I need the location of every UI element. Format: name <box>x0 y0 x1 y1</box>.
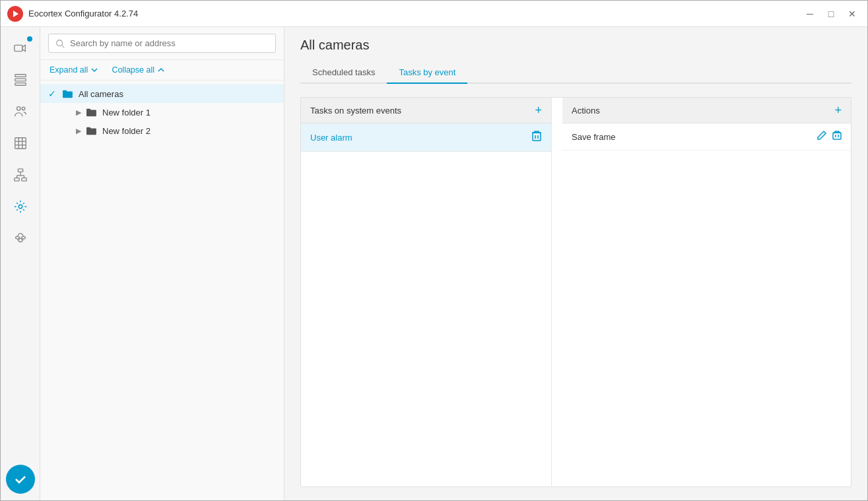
minimize-button[interactable]: ─ <box>801 7 818 20</box>
checkmark-icon: ✓ <box>48 88 59 99</box>
tasks-panel: Tasks on system events + User alarm <box>300 97 851 487</box>
arrow-right-icon: ▶ <box>73 125 84 136</box>
svg-point-20 <box>18 205 22 209</box>
expand-all-button[interactable]: Expand all <box>50 65 98 75</box>
folder-icon <box>85 108 97 117</box>
sidebar-item-network[interactable] <box>6 160 35 189</box>
sidebar-item-tasks[interactable] <box>6 192 35 221</box>
close-button[interactable]: ✕ <box>844 7 861 20</box>
actions-col-title: Actions <box>572 106 600 116</box>
camera-badge <box>27 36 32 42</box>
tree-item-all-cameras[interactable]: ✓ All cameras <box>40 84 284 103</box>
actions-column: Actions + Save frame <box>562 98 851 486</box>
svg-point-24 <box>57 40 63 46</box>
svg-rect-4 <box>15 79 26 81</box>
camera-panel: Expand all Collapse all ✓ <box>40 27 284 500</box>
tree-item-label: All cameras <box>79 89 123 99</box>
arrow-right-icon: ▶ <box>73 107 84 117</box>
action-item-controls <box>817 130 842 143</box>
search-icon <box>55 39 65 48</box>
events-col-header: Tasks on system events + <box>301 98 551 123</box>
tree-item-folder2[interactable]: ▶ New folder 2 <box>40 121 284 140</box>
svg-point-7 <box>22 107 25 110</box>
events-col-title: Tasks on system events <box>310 106 401 116</box>
svg-rect-13 <box>18 169 22 172</box>
tab-scheduled-tasks[interactable]: Scheduled tasks <box>300 62 387 84</box>
page-title: All cameras <box>300 38 851 53</box>
app-logo-icon <box>7 6 23 22</box>
chevron-down-icon <box>90 66 98 74</box>
svg-line-25 <box>62 45 65 48</box>
sidebar-item-ai[interactable] <box>6 224 35 253</box>
trash-icon <box>531 130 542 142</box>
event-item-user-alarm[interactable]: User alarm <box>301 123 551 152</box>
delete-event-button[interactable] <box>531 130 542 145</box>
chevron-up-icon <box>157 66 165 74</box>
sidebar-icons <box>1 27 40 500</box>
pencil-icon <box>817 130 827 141</box>
edit-action-button[interactable] <box>817 130 827 143</box>
search-input-wrap <box>48 34 276 53</box>
tabs: Scheduled tasks Tasks by event <box>300 62 851 84</box>
content-header: All cameras Scheduled tasks Tasks by eve… <box>284 27 867 84</box>
main-content: All cameras Scheduled tasks Tasks by eve… <box>284 27 867 500</box>
event-item-label[interactable]: User alarm <box>310 133 352 143</box>
events-column: Tasks on system events + User alarm <box>301 98 552 486</box>
sidebar-item-layout[interactable] <box>6 65 35 94</box>
folder-icon <box>61 89 73 98</box>
titlebar-title: Eocortex Configurator 4.2.74 <box>28 9 801 18</box>
svg-rect-5 <box>15 83 26 86</box>
content-body: Tasks on system events + User alarm <box>284 84 867 500</box>
maximize-button[interactable]: □ <box>822 7 840 20</box>
sidebar-item-users[interactable] <box>6 97 35 126</box>
add-event-button[interactable]: + <box>535 104 542 116</box>
svg-rect-2 <box>14 45 22 51</box>
add-action-button[interactable]: + <box>834 104 842 116</box>
svg-rect-3 <box>15 75 26 77</box>
tab-tasks-by-event[interactable]: Tasks by event <box>387 62 467 84</box>
tree-item-label: New folder 1 <box>102 108 150 117</box>
svg-rect-8 <box>15 138 26 149</box>
collapse-all-button[interactable]: Collapse all <box>112 65 165 75</box>
sidebar-bottom <box>6 465 35 500</box>
sidebar-item-map[interactable] <box>6 129 35 158</box>
actions-col-header: Actions + <box>562 98 851 123</box>
search-input[interactable] <box>70 38 269 48</box>
expand-collapse-bar: Expand all Collapse all <box>40 60 284 81</box>
svg-rect-14 <box>14 178 18 182</box>
tree-item-label: New folder 2 <box>102 126 150 136</box>
titlebar: Eocortex Configurator 4.2.74 ─ □ ✕ <box>1 1 867 27</box>
tree-area: ✓ All cameras ▶ New folder 1 ▶ <box>40 81 284 500</box>
sidebar-item-cameras[interactable] <box>6 34 35 63</box>
svg-rect-26 <box>533 133 541 141</box>
action-item-label: Save frame <box>572 132 615 142</box>
trash-icon <box>832 130 842 141</box>
apply-button[interactable] <box>6 465 35 494</box>
svg-rect-15 <box>21 178 26 182</box>
action-item-save-frame: Save frame <box>562 123 851 150</box>
tree-item-folder1[interactable]: ▶ New folder 1 <box>40 103 284 121</box>
window: Eocortex Configurator 4.2.74 ─ □ ✕ <box>0 0 868 501</box>
titlebar-controls: ─ □ ✕ <box>801 7 861 20</box>
svg-point-6 <box>17 107 20 111</box>
svg-rect-29 <box>833 133 841 139</box>
folder-icon <box>85 126 97 135</box>
delete-action-button[interactable] <box>832 130 842 143</box>
main-layout: Expand all Collapse all ✓ <box>1 27 867 500</box>
search-bar <box>40 27 284 60</box>
